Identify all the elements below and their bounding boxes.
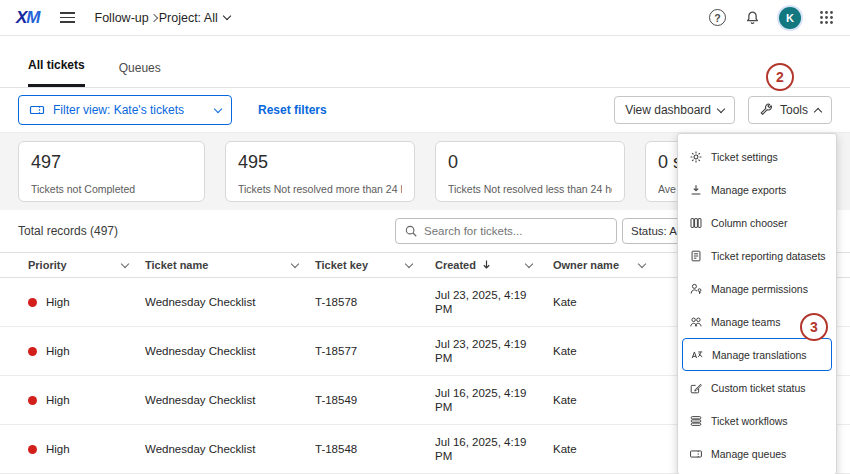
- owner-value: Kate: [553, 345, 577, 357]
- search-input[interactable]: [424, 225, 608, 237]
- person-key-icon: [688, 281, 704, 297]
- menu-item-column-chooser[interactable]: Column chooser: [678, 206, 836, 239]
- breadcrumb-separator-icon: [149, 13, 157, 21]
- chevron-down-icon[interactable]: [525, 259, 533, 267]
- edit-icon: [688, 380, 704, 396]
- column-header-owner-name[interactable]: Owner name: [553, 253, 645, 277]
- hamburger-menu-icon[interactable]: [60, 12, 75, 23]
- menu-item-ticket-workflows[interactable]: Ticket workflows: [678, 404, 836, 437]
- menu-item-custom-ticket-status[interactable]: Custom ticket status: [678, 371, 836, 404]
- stat-value: 497: [31, 152, 192, 173]
- workflow-icon: [688, 413, 704, 429]
- column-label: Ticket key: [315, 259, 368, 271]
- created-value: Jul 16, 2025, 4:19 PM: [435, 435, 540, 463]
- owner-value: Kate: [553, 296, 577, 308]
- menu-item-manage-queues[interactable]: Manage queues: [678, 437, 836, 470]
- avatar[interactable]: K: [779, 7, 801, 29]
- column-label: Priority: [28, 259, 67, 271]
- app-window: XM Follow-up Project: All ? K All ticket…: [0, 0, 850, 474]
- menu-item-label: Manage teams: [711, 316, 780, 328]
- people-icon: [688, 314, 704, 330]
- menu-item-manage-exports[interactable]: Manage exports: [678, 173, 836, 206]
- filter-view-select[interactable]: Filter view: Kate's tickets: [18, 95, 232, 125]
- priority-value: High: [46, 296, 70, 308]
- column-header-created[interactable]: Created: [435, 253, 532, 277]
- menu-item-label: Ticket settings: [711, 151, 778, 163]
- chevron-down-icon: [214, 104, 222, 112]
- logo-m: M: [26, 8, 39, 27]
- notifications-bell-icon[interactable]: [744, 9, 761, 26]
- reset-filters-link[interactable]: Reset filters: [258, 103, 327, 117]
- search-icon: [404, 224, 418, 238]
- wrench-icon: [759, 103, 773, 117]
- chevron-down-icon[interactable]: [638, 259, 646, 267]
- created-value: Jul 23, 2025, 4:19 PM: [435, 288, 540, 316]
- logo-x: X: [16, 8, 26, 27]
- app-grid-icon[interactable]: [819, 10, 834, 25]
- search-box: [395, 218, 617, 244]
- stat-card-not-resolved-24h-more: 495 Tickets Not resolved more than 24 ho…: [225, 141, 415, 202]
- priority-high-dot: [28, 396, 37, 405]
- chevron-down-icon[interactable]: [405, 259, 413, 267]
- column-header-ticket-name[interactable]: Ticket name: [145, 253, 298, 277]
- menu-item-label: Manage queues: [711, 448, 786, 460]
- total-records-label: Total records (497): [18, 224, 118, 238]
- queue-ticket-icon: [688, 446, 704, 462]
- tab-all-tickets[interactable]: All tickets: [28, 58, 85, 87]
- menu-item-label: Manage translations: [712, 349, 807, 361]
- tabs-bar: All tickets Queues: [0, 36, 850, 88]
- top-bar: XM Follow-up Project: All ? K: [0, 0, 850, 36]
- priority-value: High: [46, 345, 70, 357]
- tools-button[interactable]: Tools: [748, 96, 832, 124]
- menu-item-manage-permissions[interactable]: Manage permissions: [678, 272, 836, 305]
- column-label: Created: [435, 259, 476, 271]
- ticket-name-value: Wednesday Checklist: [145, 394, 255, 406]
- status-filter-label: Status: Ac: [631, 225, 683, 237]
- tools-label: Tools: [780, 103, 808, 117]
- toolbar: Filter view: Kate's tickets Reset filter…: [0, 88, 850, 132]
- columns-icon: [688, 215, 704, 231]
- priority-value: High: [46, 443, 70, 455]
- menu-item-label: Column chooser: [711, 217, 787, 229]
- annotation-step-3: 3: [800, 313, 828, 341]
- chevron-down-icon[interactable]: [121, 259, 129, 267]
- chevron-up-icon: [814, 107, 822, 115]
- filter-view-label: Filter view: Kate's tickets: [53, 103, 207, 117]
- ticket-icon: [29, 102, 45, 118]
- priority-high-dot: [28, 298, 37, 307]
- stat-value: 0: [448, 152, 612, 173]
- annotation-step-2: 2: [766, 63, 794, 91]
- ticket-name-value: Wednesday Checklist: [145, 345, 255, 357]
- priority-high-dot: [28, 445, 37, 454]
- project-selector-label: Project: All: [159, 11, 218, 25]
- stat-card-not-completed: 497 Tickets not Completed: [18, 141, 205, 202]
- stat-label: Tickets Not resolved less than 24 hours: [448, 183, 612, 195]
- xm-logo[interactable]: XM: [16, 8, 40, 28]
- help-icon[interactable]: ?: [709, 9, 726, 26]
- stat-value: 495: [238, 152, 402, 173]
- ticket-name-value: Wednesday Checklist: [145, 296, 255, 308]
- created-value: Jul 23, 2025, 4:19 PM: [435, 337, 540, 365]
- ticket-key-value: T-18548: [315, 443, 357, 455]
- menu-item-ticket-reporting-datasets[interactable]: Ticket reporting datasets: [678, 239, 836, 272]
- chevron-down-icon: [717, 104, 725, 112]
- chevron-down-icon[interactable]: [291, 259, 299, 267]
- ticket-key-value: T-18578: [315, 296, 357, 308]
- column-label: Owner name: [553, 259, 619, 271]
- priority-value: High: [46, 394, 70, 406]
- project-selector[interactable]: Project: All: [159, 11, 230, 25]
- tools-dropdown-menu: Ticket settings Manage exports Column ch…: [677, 133, 837, 474]
- view-dashboard-button[interactable]: View dashboard: [614, 96, 735, 124]
- tab-queues[interactable]: Queues: [119, 61, 161, 87]
- column-header-ticket-key[interactable]: Ticket key: [315, 253, 412, 277]
- owner-value: Kate: [553, 394, 577, 406]
- priority-high-dot: [28, 347, 37, 356]
- menu-item-ticket-settings[interactable]: Ticket settings: [678, 140, 836, 173]
- column-header-priority[interactable]: Priority: [28, 253, 128, 277]
- menu-item-manage-translations[interactable]: Manage translations: [682, 338, 832, 371]
- sort-desc-icon[interactable]: [482, 259, 491, 272]
- menu-item-label: Ticket workflows: [711, 415, 788, 427]
- breadcrumb-followup[interactable]: Follow-up: [95, 11, 149, 25]
- created-value: Jul 16, 2025, 4:19 PM: [435, 386, 540, 414]
- chevron-down-icon: [223, 12, 231, 20]
